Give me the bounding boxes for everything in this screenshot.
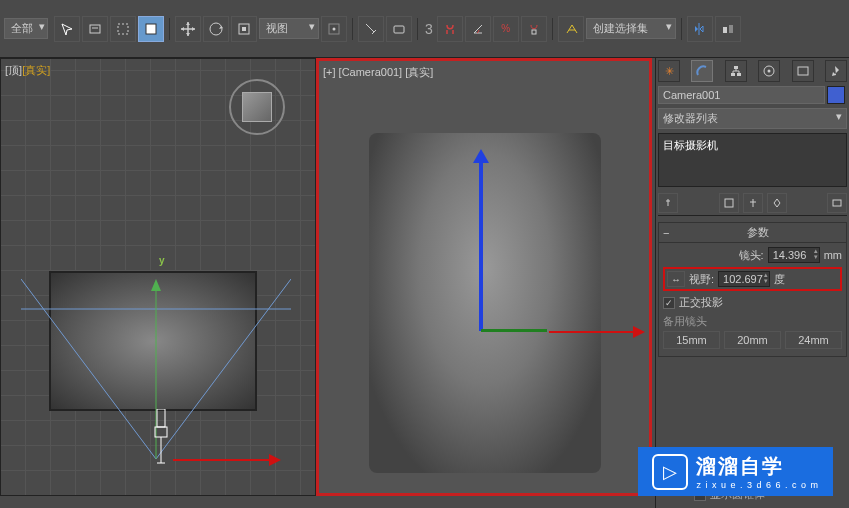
spinner-snap-button[interactable] bbox=[521, 16, 547, 42]
svg-rect-2 bbox=[118, 24, 128, 34]
mirror-button[interactable] bbox=[687, 16, 713, 42]
named-selection-dropdown[interactable]: 创建选择集 bbox=[586, 18, 676, 39]
annotation-arrow-icon bbox=[549, 331, 637, 333]
svg-rect-24 bbox=[731, 73, 735, 76]
viewport-top-label[interactable]: [顶][真实] bbox=[5, 63, 50, 78]
svg-rect-30 bbox=[833, 200, 841, 206]
object-color-swatch[interactable] bbox=[827, 86, 845, 104]
pin-stack-button[interactable] bbox=[658, 193, 678, 213]
viewport-top[interactable]: [顶][真实] y bbox=[0, 58, 316, 496]
remove-modifier-button[interactable] bbox=[767, 193, 787, 213]
svg-point-27 bbox=[768, 70, 771, 73]
lens-spinner[interactable]: 14.396 bbox=[768, 247, 820, 263]
lens-row: 镜头: 14.396 mm bbox=[663, 247, 842, 263]
angle-snap-button[interactable] bbox=[465, 16, 491, 42]
axis-y-label: y bbox=[159, 255, 165, 266]
use-pivot-center-button[interactable] bbox=[321, 16, 347, 42]
select-by-name-button[interactable] bbox=[82, 16, 108, 42]
ortho-checkbox[interactable]: ✓ bbox=[663, 297, 675, 309]
utilities-tab-icon[interactable] bbox=[825, 60, 847, 82]
percent-snap-button[interactable]: % bbox=[493, 16, 519, 42]
hierarchy-tab-icon[interactable] bbox=[725, 60, 747, 82]
keyboard-shortcut-button[interactable] bbox=[386, 16, 412, 42]
svg-rect-10 bbox=[532, 30, 536, 34]
panel-tabs: ✳ bbox=[658, 60, 847, 82]
fov-unit-label: 度 bbox=[774, 272, 785, 287]
camera-gizmo-icon[interactable] bbox=[149, 409, 173, 471]
main-area: [顶][真实] y bbox=[0, 58, 849, 508]
svg-rect-12 bbox=[723, 27, 727, 33]
selection-filter-dropdown[interactable]: 全部 bbox=[4, 18, 48, 39]
configure-sets-button[interactable] bbox=[827, 193, 847, 213]
snap-value: 3 bbox=[425, 21, 433, 37]
modify-tab-icon[interactable] bbox=[691, 60, 713, 82]
rollout-header[interactable]: 参数 bbox=[659, 223, 846, 243]
create-tab-icon[interactable]: ✳ bbox=[658, 60, 680, 82]
watermark-logo-icon: ▷ bbox=[652, 454, 688, 490]
motion-tab-icon[interactable] bbox=[758, 60, 780, 82]
svg-rect-20 bbox=[155, 427, 167, 437]
lens-20mm-button[interactable]: 20mm bbox=[724, 331, 781, 349]
svg-rect-28 bbox=[798, 67, 808, 75]
svg-rect-13 bbox=[729, 25, 733, 33]
select-object-button[interactable] bbox=[54, 16, 80, 42]
select-and-manipulate-button[interactable] bbox=[358, 16, 384, 42]
command-panel: ✳ Camera001 修改器列表 目标摄影机 bbox=[655, 58, 849, 508]
lens-unit-label: mm bbox=[824, 249, 842, 261]
modifier-list-dropdown[interactable]: 修改器列表 bbox=[658, 108, 847, 129]
edit-named-selection-button[interactable] bbox=[558, 16, 584, 42]
scene-object-camera bbox=[369, 133, 601, 473]
fov-highlight: ↔ 视野: 102.697 度 bbox=[663, 267, 842, 291]
lens-24mm-button[interactable]: 24mm bbox=[785, 331, 842, 349]
object-name-field[interactable]: Camera001 bbox=[658, 86, 825, 104]
watermark-cn: 溜溜自学 bbox=[696, 453, 819, 480]
viewport-camera[interactable]: [+] [Camera001] [真实] bbox=[316, 58, 652, 496]
stock-lenses-label: 备用镜头 bbox=[663, 314, 842, 329]
viewport-container: [顶][真实] y bbox=[0, 58, 655, 508]
fov-direction-button[interactable]: ↔ bbox=[667, 271, 685, 287]
viewcube[interactable] bbox=[229, 79, 285, 135]
gizmo-z-axis-icon[interactable] bbox=[479, 159, 483, 331]
make-unique-button[interactable] bbox=[743, 193, 763, 213]
svg-rect-19 bbox=[157, 409, 165, 427]
annotation-arrow-icon bbox=[173, 459, 273, 461]
svg-rect-25 bbox=[737, 73, 741, 76]
selection-region-button[interactable] bbox=[110, 16, 136, 42]
fov-spinner[interactable]: 102.697 bbox=[718, 271, 770, 287]
display-tab-icon[interactable] bbox=[792, 60, 814, 82]
svg-rect-29 bbox=[725, 199, 733, 207]
svg-rect-9 bbox=[394, 26, 404, 33]
svg-rect-3 bbox=[146, 24, 156, 34]
select-and-move-button[interactable] bbox=[175, 16, 201, 42]
svg-rect-6 bbox=[242, 27, 246, 31]
svg-point-7 bbox=[333, 27, 336, 30]
scene-object-top bbox=[49, 271, 257, 411]
lens-15mm-button[interactable]: 15mm bbox=[663, 331, 720, 349]
ref-coord-dropdown[interactable]: 视图 bbox=[259, 18, 319, 39]
main-toolbar: 全部 视图 3 % 创建选择集 bbox=[0, 0, 849, 58]
stack-toolbar bbox=[658, 191, 847, 216]
ortho-label: 正交投影 bbox=[679, 295, 723, 310]
select-and-scale-button[interactable] bbox=[231, 16, 257, 42]
watermark-en: z i x u e . 3 d 6 6 . c o m bbox=[696, 480, 819, 490]
window-crossing-button[interactable] bbox=[138, 16, 164, 42]
select-and-rotate-button[interactable] bbox=[203, 16, 229, 42]
parameters-rollout: 参数 镜头: 14.396 mm ↔ 视野: 102.697 度 bbox=[658, 222, 847, 357]
svg-rect-23 bbox=[734, 66, 738, 69]
watermark: ▷ 溜溜自学 z i x u e . 3 d 6 6 . c o m bbox=[638, 447, 833, 496]
show-end-result-button[interactable] bbox=[719, 193, 739, 213]
svg-point-4 bbox=[210, 23, 222, 35]
ortho-row: ✓ 正交投影 bbox=[663, 295, 842, 310]
modifier-stack[interactable]: 目标摄影机 bbox=[658, 133, 847, 187]
snap-toggle-button[interactable] bbox=[437, 16, 463, 42]
viewport-camera-label[interactable]: [+] [Camera001] [真实] bbox=[323, 65, 433, 80]
svg-rect-0 bbox=[90, 25, 100, 33]
stack-item-camera[interactable]: 目标摄影机 bbox=[663, 138, 842, 153]
align-button[interactable] bbox=[715, 16, 741, 42]
gizmo-x-axis-icon[interactable] bbox=[481, 329, 547, 332]
